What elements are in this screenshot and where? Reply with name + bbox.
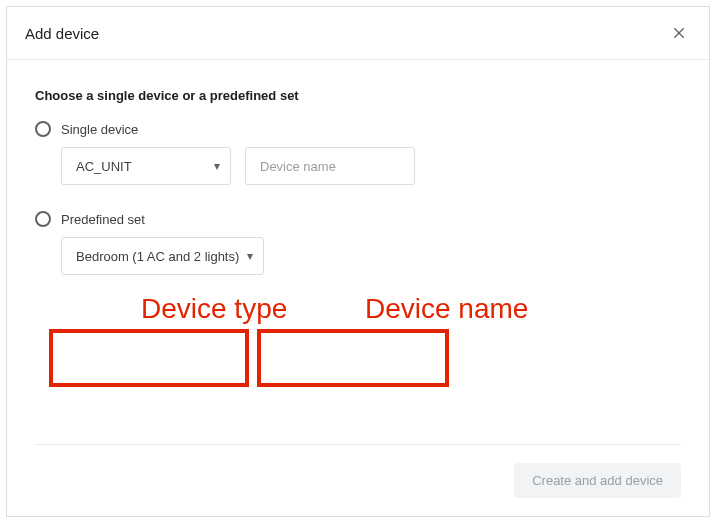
- radio-predefined-set[interactable]: [35, 211, 51, 227]
- annotation-device-type-label: Device type: [141, 293, 287, 325]
- dropdown-arrow-icon: ▾: [214, 159, 220, 173]
- device-name-input[interactable]: [245, 147, 415, 185]
- dropdown-arrow-icon: ▾: [247, 249, 253, 263]
- instruction-text: Choose a single device or a predefined s…: [35, 88, 681, 103]
- device-type-select[interactable]: AC_UNIT ▾: [61, 147, 231, 185]
- close-button[interactable]: [667, 21, 691, 45]
- radio-single-device[interactable]: [35, 121, 51, 137]
- annotation-device-type-box: [49, 329, 249, 387]
- single-device-radio-row[interactable]: Single device: [35, 121, 681, 137]
- create-and-add-device-button[interactable]: Create and add device: [514, 463, 681, 498]
- single-device-controls: AC_UNIT ▾: [61, 147, 681, 185]
- annotation-device-name-box: [257, 329, 449, 387]
- device-type-value: AC_UNIT: [76, 159, 132, 174]
- annotation-device-name-label: Device name: [365, 293, 528, 325]
- dialog-footer: Create and add device: [7, 445, 709, 516]
- predefined-controls: Bedroom (1 AC and 2 lights) ▾: [61, 237, 681, 275]
- single-device-label: Single device: [61, 122, 138, 137]
- predefined-set-option: Predefined set Bedroom (1 AC and 2 light…: [35, 211, 681, 275]
- predefined-radio-row[interactable]: Predefined set: [35, 211, 681, 227]
- predefined-set-value: Bedroom (1 AC and 2 lights): [76, 249, 239, 264]
- predefined-set-label: Predefined set: [61, 212, 145, 227]
- dialog-title: Add device: [25, 25, 99, 42]
- dialog-content: Choose a single device or a predefined s…: [7, 60, 709, 444]
- close-icon: [671, 25, 687, 41]
- predefined-set-select[interactable]: Bedroom (1 AC and 2 lights) ▾: [61, 237, 264, 275]
- add-device-dialog: Add device Choose a single device or a p…: [6, 6, 710, 517]
- dialog-header: Add device: [7, 7, 709, 60]
- single-device-option: Single device AC_UNIT ▾: [35, 121, 681, 185]
